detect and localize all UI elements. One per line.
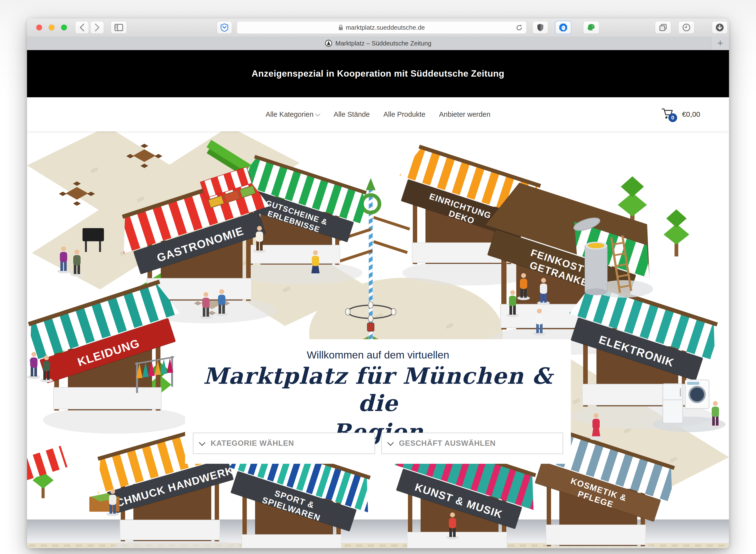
close-window-button[interactable] bbox=[36, 24, 42, 31]
shop-select-label: GESCHÄFT AUSWÄHLEN bbox=[399, 439, 496, 448]
cart-total: €0,00 bbox=[682, 110, 700, 118]
pocket-shield-icon bbox=[220, 23, 228, 32]
content-blocker-button[interactable] bbox=[555, 21, 571, 34]
history-button[interactable] bbox=[678, 21, 694, 34]
minimize-window-button[interactable] bbox=[49, 24, 54, 31]
nav-link-alle-kategorien[interactable]: Alle Kategorien bbox=[265, 110, 320, 118]
active-tab[interactable]: Marktplatz – Süddeutsche Zeitung bbox=[336, 40, 432, 47]
forward-button[interactable] bbox=[90, 21, 104, 34]
lock-icon bbox=[338, 24, 343, 31]
cart-widget[interactable]: 0 €0,00 bbox=[661, 97, 700, 131]
site-favicon bbox=[325, 39, 333, 47]
pocket-extension-button[interactable] bbox=[217, 21, 232, 34]
chevron-right-icon bbox=[94, 23, 100, 32]
zoom-window-button[interactable] bbox=[61, 24, 67, 31]
nav-link-anbieter-werden[interactable]: Anbieter werden bbox=[439, 110, 491, 118]
stop-hand-icon bbox=[559, 23, 568, 32]
address-bar[interactable]: marktplatz.sueddeutsche.de bbox=[237, 21, 526, 34]
hero-section: EINRICHTUNG &DEKOGUTSCHEINE &ERLEBNISSEG… bbox=[27, 131, 729, 548]
category-select-dropdown[interactable]: KATEGORIE WÄHLEN bbox=[193, 433, 375, 454]
browser-toolbar: marktplatz.sueddeutsche.de bbox=[27, 18, 729, 37]
shop-select-dropdown[interactable]: GESCHÄFT AUSWÄHLEN bbox=[381, 433, 563, 454]
downloads-button[interactable] bbox=[712, 21, 727, 34]
chevron-down-icon bbox=[199, 439, 205, 446]
tab-bar: Marktplatz – Süddeutsche Zeitung + bbox=[27, 37, 729, 50]
evernote-elephant-icon bbox=[587, 23, 595, 32]
stall-kleidung[interactable]: KLEIDUNG bbox=[27, 277, 188, 434]
cart-count-badge: 0 bbox=[668, 113, 677, 122]
reload-icon bbox=[516, 24, 522, 31]
chevron-down-icon bbox=[387, 439, 394, 446]
back-button[interactable] bbox=[75, 21, 89, 34]
tab-overview-icon bbox=[659, 23, 667, 32]
banner-text: Anzeigenspezial in Kooperation mit Südde… bbox=[252, 69, 504, 79]
url-text: marktplatz.sueddeutsche.de bbox=[346, 24, 425, 32]
sidebar-toggle-button[interactable] bbox=[111, 21, 127, 34]
chevron-down-icon bbox=[315, 111, 320, 116]
nav-links: Alle KategorienAlle StändeAlle ProdukteA… bbox=[27, 97, 729, 131]
reload-button[interactable] bbox=[514, 23, 524, 32]
browser-window: marktplatz.sueddeutsche.de bbox=[27, 18, 729, 548]
site-navbar: Alle KategorienAlle StändeAlle ProdukteA… bbox=[27, 97, 729, 131]
hero-overlay-card: Willkommen auf dem virtuellen Marktplatz… bbox=[185, 339, 571, 464]
hero-dropdowns: KATEGORIE WÄHLEN GESCHÄFT AUSWÄHLEN bbox=[193, 433, 563, 454]
nav-link-alle-st-nde[interactable]: Alle Stände bbox=[334, 110, 370, 118]
sidebar-icon bbox=[114, 24, 123, 31]
chevron-left-icon bbox=[79, 23, 85, 32]
category-select-label: KATEGORIE WÄHLEN bbox=[211, 439, 294, 448]
hero-welcome-line: Willkommen auf dem virtuellen bbox=[185, 349, 571, 361]
shield-icon bbox=[537, 23, 544, 32]
nav-link-alle-produkte[interactable]: Alle Produkte bbox=[383, 110, 425, 118]
clock-icon bbox=[682, 23, 691, 32]
hero-title-line1: Marktplatz für München & die bbox=[185, 363, 571, 417]
download-icon bbox=[716, 23, 724, 32]
tab-overview-button[interactable] bbox=[655, 21, 671, 34]
evernote-extension-button[interactable] bbox=[583, 21, 599, 34]
new-tab-button[interactable]: + bbox=[711, 37, 729, 50]
ad-banner: Anzeigenspezial in Kooperation mit Südde… bbox=[27, 50, 729, 97]
privacy-shield-button[interactable] bbox=[533, 21, 548, 34]
